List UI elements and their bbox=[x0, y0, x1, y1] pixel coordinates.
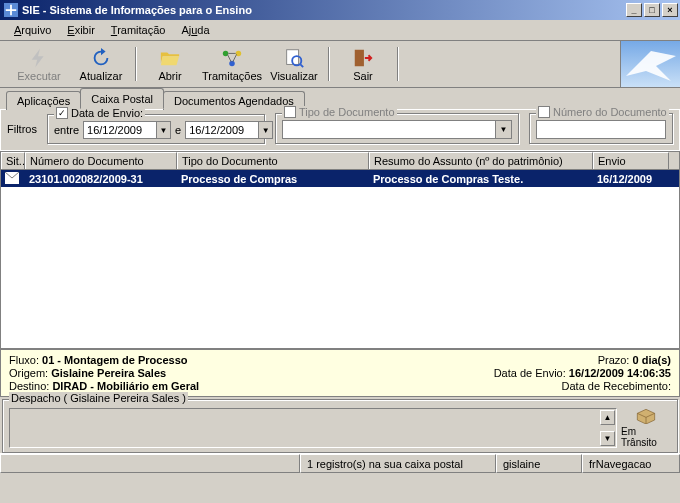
menu-exibir[interactable]: Exibir bbox=[59, 22, 103, 38]
status-count: 1 registro(s) na sua caixa postal bbox=[300, 454, 496, 473]
documents-grid: Sit... Número do Documento Tipo do Docum… bbox=[0, 151, 680, 349]
numero-documento-group: Número do Documento bbox=[529, 113, 673, 144]
menu-tramitacao[interactable]: Tramitação bbox=[103, 22, 174, 38]
tramitacoes-button[interactable]: Tramitações bbox=[201, 43, 263, 85]
chevron-down-icon[interactable]: ▼ bbox=[156, 122, 170, 138]
col-numero[interactable]: Número do Documento bbox=[25, 152, 177, 169]
folder-open-icon bbox=[159, 47, 181, 69]
menubar: Arquivo Exibir Tramitação Ajuda bbox=[0, 20, 680, 41]
svg-rect-6 bbox=[355, 50, 364, 67]
visualizar-button[interactable]: Visualizar bbox=[263, 43, 325, 85]
menu-ajuda[interactable]: Ajuda bbox=[173, 22, 217, 38]
transito-status: Em Trânsito bbox=[621, 408, 671, 448]
col-envio[interactable]: Envio bbox=[593, 152, 669, 169]
abrir-button[interactable]: Abrir bbox=[139, 43, 201, 85]
tipo-documento-checkbox[interactable] bbox=[284, 106, 296, 118]
table-row[interactable]: 23101.002082/2009-31 Processo de Compras… bbox=[1, 170, 679, 187]
details-panel: Fluxo: 01 - Montagem de Processo Prazo: … bbox=[0, 349, 680, 397]
cell-envio: 16/12/2009 bbox=[593, 172, 669, 186]
tipo-documento-combo[interactable]: ▼ bbox=[282, 120, 512, 139]
date-from-input[interactable]: ▼ bbox=[83, 121, 171, 139]
numero-documento-label: Número do Documento bbox=[553, 106, 667, 118]
lightning-icon bbox=[28, 47, 50, 69]
tipo-documento-label: Tipo de Documento bbox=[299, 106, 395, 118]
app-logo bbox=[620, 41, 680, 87]
status-empty bbox=[0, 454, 300, 473]
despacho-group: Despacho ( Gislaine Pereira Sales ) ▲ ▼ … bbox=[2, 399, 678, 453]
cell-numero: 23101.002082/2009-31 bbox=[25, 172, 177, 186]
toolbar: Executar Atualizar Abrir Tramitações Vis… bbox=[0, 41, 620, 87]
svg-point-3 bbox=[229, 61, 235, 67]
preview-icon bbox=[283, 47, 305, 69]
data-envio-checkbox[interactable]: ✓ bbox=[56, 107, 68, 119]
refresh-icon bbox=[90, 47, 112, 69]
row-status-icon bbox=[1, 171, 25, 187]
col-sit[interactable]: Sit... bbox=[1, 152, 25, 169]
statusbar: 1 registro(s) na sua caixa postal gislai… bbox=[0, 453, 680, 473]
titlebar: SIE - Sistema de Informações para o Ensi… bbox=[0, 0, 680, 20]
numero-documento-checkbox[interactable] bbox=[538, 106, 550, 118]
cell-tipo: Processo de Compras bbox=[177, 172, 369, 186]
atualizar-button[interactable]: Atualizar bbox=[70, 43, 132, 85]
numero-documento-input[interactable] bbox=[536, 120, 666, 139]
flow-icon bbox=[221, 47, 243, 69]
filters-panel: Filtros ✓ Data de Envio: entre ▼ e ▼ Tip… bbox=[0, 110, 680, 151]
close-button[interactable]: × bbox=[662, 3, 678, 17]
package-icon bbox=[631, 408, 661, 424]
sair-button[interactable]: Sair bbox=[332, 43, 394, 85]
despacho-title: Despacho ( Gislaine Pereira Sales ) bbox=[9, 392, 188, 404]
chevron-down-icon[interactable]: ▼ bbox=[495, 121, 511, 138]
despacho-textarea[interactable]: ▲ ▼ bbox=[9, 408, 617, 448]
col-tipo[interactable]: Tipo do Documento bbox=[177, 152, 369, 169]
scroll-up-button[interactable]: ▲ bbox=[600, 410, 615, 425]
filters-label: Filtros bbox=[7, 123, 37, 135]
col-resumo[interactable]: Resumo do Assunto (nº do patrimônio) bbox=[369, 152, 593, 169]
scroll-down-button[interactable]: ▼ bbox=[600, 431, 615, 446]
date-to-input[interactable]: ▼ bbox=[185, 121, 273, 139]
grid-header: Sit... Número do Documento Tipo do Docum… bbox=[1, 152, 679, 170]
menu-arquivo[interactable]: Arquivo bbox=[6, 22, 59, 38]
status-user: gislaine bbox=[496, 454, 582, 473]
tipo-documento-group: Tipo de Documento ▼ bbox=[275, 113, 519, 144]
minimize-button[interactable]: _ bbox=[626, 3, 642, 17]
cell-resumo: Processo de Compras Teste. bbox=[369, 172, 593, 186]
maximize-button[interactable]: □ bbox=[644, 3, 660, 17]
data-envio-group: ✓ Data de Envio: entre ▼ e ▼ bbox=[47, 114, 265, 144]
executar-button[interactable]: Executar bbox=[8, 43, 70, 85]
window-title: SIE - Sistema de Informações para o Ensi… bbox=[22, 4, 252, 16]
status-form: frNavegacao bbox=[582, 454, 680, 473]
envelope-icon bbox=[5, 172, 19, 184]
app-icon bbox=[4, 3, 18, 17]
exit-icon bbox=[352, 47, 374, 69]
toolbar-area: Executar Atualizar Abrir Tramitações Vis… bbox=[0, 41, 680, 88]
tab-caixa-postal[interactable]: Caixa Postal bbox=[80, 88, 164, 109]
chevron-down-icon[interactable]: ▼ bbox=[258, 122, 272, 138]
